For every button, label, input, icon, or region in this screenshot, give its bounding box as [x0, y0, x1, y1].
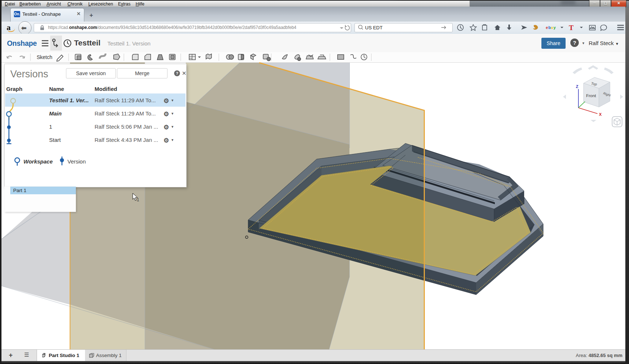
- svg-text:a: a: [551, 25, 553, 30]
- svg-text:Sketch: Sketch: [37, 54, 52, 60]
- svg-text:T: T: [569, 24, 574, 32]
- svg-text:Z: Z: [576, 84, 578, 89]
- svg-text:y: y: [553, 25, 556, 30]
- svg-text:1: 1: [137, 197, 139, 202]
- svg-text:b: b: [548, 25, 551, 30]
- svg-text:Front: Front: [586, 93, 596, 98]
- svg-text:e: e: [546, 25, 548, 30]
- svg-text:X: X: [599, 112, 602, 117]
